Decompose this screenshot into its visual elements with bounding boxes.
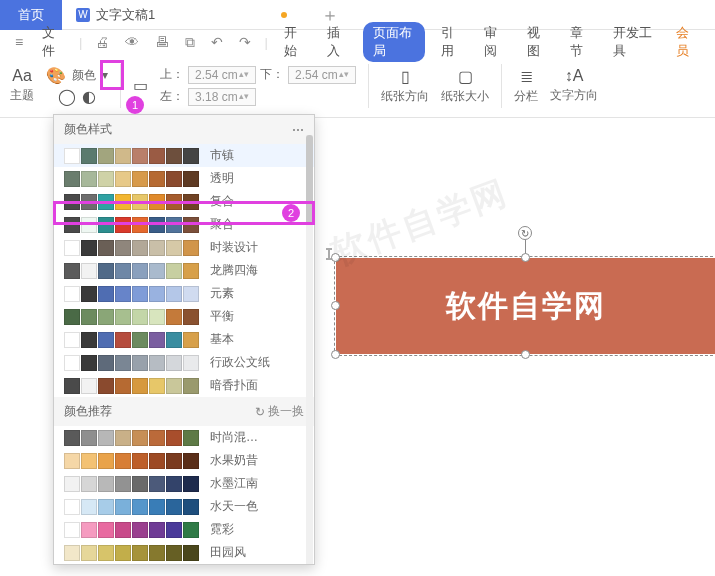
selected-shape[interactable]: 软件自学网 xyxy=(336,258,715,354)
color-swatch xyxy=(183,430,199,446)
color-scheme-row[interactable]: 水果奶昔 xyxy=(54,449,314,472)
separator xyxy=(368,64,369,108)
scheme-label: 透明 xyxy=(210,170,304,187)
paper-dir-label: 纸张方向 xyxy=(381,88,429,105)
color-swatch xyxy=(166,545,182,561)
color-swatch xyxy=(132,240,148,256)
color-swatch xyxy=(98,332,114,348)
color-swatch xyxy=(98,378,114,394)
menu-reference[interactable]: 引用 xyxy=(435,24,468,60)
color-swatch xyxy=(183,378,199,394)
scheme-label: 水墨江南 xyxy=(210,475,304,492)
scheme-label: 龙腾四海 xyxy=(210,262,304,279)
preview-icon[interactable]: 👁 xyxy=(122,34,142,50)
color-swatch xyxy=(64,545,80,561)
color-swatch xyxy=(183,240,199,256)
color-swatch xyxy=(115,378,131,394)
print-icon[interactable]: 🖶 xyxy=(152,34,172,50)
color-scheme-row[interactable]: 行政公文纸 xyxy=(54,351,314,374)
popup-more-icon[interactable]: ⋯ xyxy=(292,123,304,137)
color-scheme-row[interactable]: 霓彩 xyxy=(54,518,314,541)
color-swatch xyxy=(81,286,97,302)
menu-review[interactable]: 审阅 xyxy=(478,24,511,60)
margin-top-input[interactable]: 2.54 cm▴▾ xyxy=(188,66,256,84)
color-swatch xyxy=(149,453,165,469)
popup-styles-header: 颜色样式 xyxy=(64,121,112,138)
margin-left-input[interactable]: 3.18 cm▴▾ xyxy=(188,88,256,106)
color-scheme-row[interactable]: 时装设计 xyxy=(54,236,314,259)
paper-size-group[interactable]: ▢ 纸张大小 xyxy=(441,67,489,105)
menu-view[interactable]: 视图 xyxy=(521,24,554,60)
color-swatch xyxy=(98,522,114,538)
color-swatch xyxy=(183,171,199,187)
color-swatch xyxy=(166,476,182,492)
redo-icon[interactable]: ↷ xyxy=(236,34,254,50)
rotate-handle[interactable]: ↻ xyxy=(518,226,532,240)
color-swatch xyxy=(115,430,131,446)
columns-icon: ≣ xyxy=(520,67,533,86)
color-swatch xyxy=(166,355,182,371)
menu-member[interactable]: 会员 xyxy=(670,24,703,60)
color-scheme-row[interactable]: 暗香扑面 xyxy=(54,374,314,397)
save-icon[interactable]: 🖨 xyxy=(92,34,112,50)
color-swatch xyxy=(166,148,182,164)
tab-document[interactable]: W 文字文稿1 xyxy=(62,0,301,30)
font-icon[interactable]: ◯ xyxy=(58,87,76,106)
color-swatch xyxy=(149,476,165,492)
color-swatch xyxy=(183,332,199,348)
color-swatch xyxy=(81,355,97,371)
handle-w[interactable] xyxy=(331,301,340,310)
color-swatch xyxy=(98,309,114,325)
color-swatch xyxy=(81,332,97,348)
color-swatch xyxy=(149,430,165,446)
color-swatch xyxy=(115,453,131,469)
menu-chapter[interactable]: 章节 xyxy=(564,24,597,60)
effects-icon[interactable]: ◐ xyxy=(82,87,96,106)
color-scheme-row[interactable]: 市镇 xyxy=(54,144,314,167)
margin-bottom-input[interactable]: 2.54 cm▴▾ xyxy=(288,66,356,84)
popup-scrollbar[interactable] xyxy=(306,135,313,564)
color-swatch xyxy=(98,430,114,446)
color-scheme-row[interactable]: 时尚混… xyxy=(54,426,314,449)
hamburger-icon[interactable]: ≡ xyxy=(12,34,26,50)
color-scheme-row[interactable]: 透明 xyxy=(54,167,314,190)
callout-2-badge: 2 xyxy=(282,204,300,222)
theme-group[interactable]: Aa 主题 xyxy=(10,67,34,104)
color-scheme-row[interactable]: 田园风 xyxy=(54,541,314,564)
menu-insert[interactable]: 插入 xyxy=(321,24,354,60)
menu-page-layout[interactable]: 页面布局 xyxy=(363,22,425,62)
handle-n[interactable] xyxy=(521,253,530,262)
color-scheme-row[interactable]: 平衡 xyxy=(54,305,314,328)
color-scheme-row[interactable]: 龙腾四海 xyxy=(54,259,314,282)
color-swatch xyxy=(64,171,80,187)
color-scheme-row[interactable]: 水墨江南 xyxy=(54,472,314,495)
color-scheme-row[interactable]: 元素 xyxy=(54,282,314,305)
color-swatch xyxy=(115,476,131,492)
color-swatch xyxy=(166,332,182,348)
color-swatch xyxy=(115,240,131,256)
tab-add-button[interactable]: ＋ xyxy=(321,3,339,27)
handle-s[interactable] xyxy=(521,350,530,359)
paper-dir-group[interactable]: ▯ 纸张方向 xyxy=(381,67,429,105)
scheme-label: 市镇 xyxy=(210,147,304,164)
color-group[interactable]: 🎨 颜色 ▾ ◯ ◐ xyxy=(46,66,108,106)
color-swatch xyxy=(64,355,80,371)
menu-devtools[interactable]: 开发工具 xyxy=(607,24,661,60)
text-dir-group[interactable]: ↕A 文字方向 xyxy=(550,67,598,104)
margin-icon-group[interactable]: ▭ xyxy=(133,76,148,95)
handle-sw[interactable] xyxy=(331,350,340,359)
color-scheme-row[interactable]: 基本 xyxy=(54,328,314,351)
refresh-button[interactable]: ↻ 换一换 xyxy=(255,403,304,420)
callout-1-badge: 1 xyxy=(126,96,144,114)
columns-label: 分栏 xyxy=(514,88,538,105)
scheme-label: 田园风 xyxy=(210,544,304,561)
color-scheme-row[interactable]: 水天一色 xyxy=(54,495,314,518)
copy-icon[interactable]: ⧉ xyxy=(182,34,198,51)
undo-icon[interactable]: ↶ xyxy=(208,34,226,50)
color-swatch xyxy=(115,499,131,515)
columns-group[interactable]: ≣ 分栏 xyxy=(514,67,538,105)
color-swatch xyxy=(149,263,165,279)
text-dir-label: 文字方向 xyxy=(550,87,598,104)
color-swatch xyxy=(149,309,165,325)
color-swatch xyxy=(183,476,199,492)
